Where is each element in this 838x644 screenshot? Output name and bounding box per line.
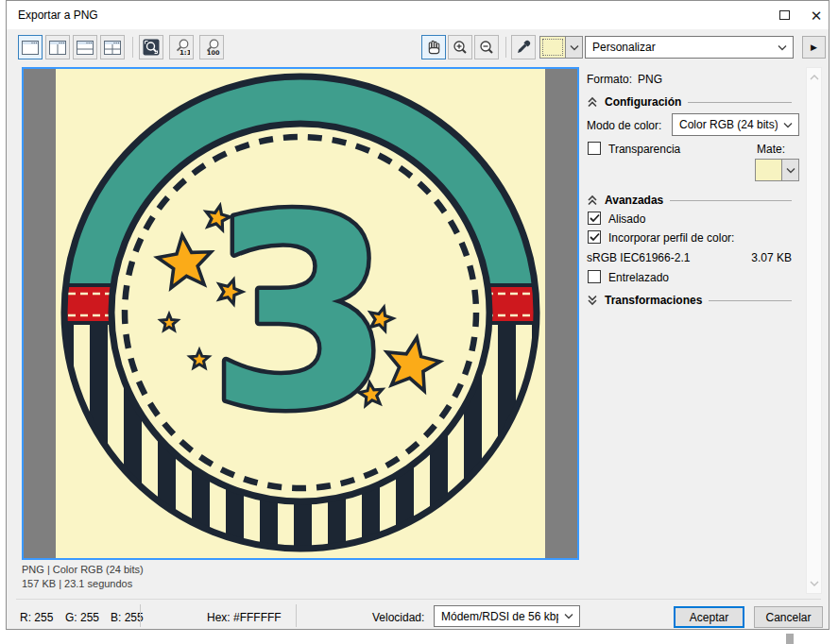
close-button[interactable]: ✕ bbox=[802, 5, 830, 25]
flyout-arrow-icon: ▶ bbox=[811, 42, 817, 52]
aceptar-label: Aceptar bbox=[690, 611, 728, 624]
footer-divider bbox=[296, 604, 297, 627]
transparencia-checkbox[interactable] bbox=[588, 142, 601, 155]
preview-two-horizontal-panes-button[interactable] bbox=[73, 35, 97, 59]
section-configuracion: Configuración bbox=[587, 95, 792, 109]
cancelar-button[interactable]: Cancelar bbox=[754, 606, 823, 628]
hex-value: Hex: #FFFFFF bbox=[207, 611, 282, 624]
zoom-in-button[interactable] bbox=[448, 35, 472, 59]
color-profile-name: sRGB IEC61966-2.1 bbox=[587, 251, 690, 264]
color-mode-select[interactable]: Color RGB (24 bits) bbox=[672, 113, 799, 136]
badge-preview-image: 3 bbox=[56, 69, 545, 558]
section-rule bbox=[709, 300, 792, 301]
zoom-in-icon bbox=[452, 39, 469, 56]
check-icon bbox=[590, 232, 600, 242]
preset-select[interactable]: Personalizar bbox=[585, 36, 794, 59]
single-pane-icon bbox=[22, 41, 39, 55]
chevron-down-icon bbox=[570, 44, 579, 51]
background-scrollbar-fragment bbox=[786, 634, 794, 644]
zoom-to-fit-icon bbox=[143, 39, 160, 56]
mate-color-swatch bbox=[756, 160, 782, 180]
scroll-down-button[interactable] bbox=[807, 576, 821, 591]
footer-divider bbox=[140, 604, 141, 627]
maximize-button[interactable] bbox=[770, 5, 798, 25]
chevron-down-icon bbox=[810, 581, 819, 586]
two-vertical-panes-icon bbox=[49, 41, 66, 55]
footer-separator bbox=[16, 599, 821, 600]
color-mode-value: Color RGB (24 bits) bbox=[673, 118, 778, 131]
chevron-up-icon bbox=[810, 75, 819, 80]
modo-de-color-label: Modo de color: bbox=[587, 119, 661, 132]
collapse-section-icon[interactable] bbox=[587, 96, 598, 108]
matte-color-picker[interactable] bbox=[539, 36, 583, 59]
eyedropper-icon bbox=[515, 39, 532, 56]
toolbar-separator bbox=[132, 37, 133, 58]
blue-value: B: 255 bbox=[111, 611, 144, 624]
incorporar-perfil-checkbox[interactable] bbox=[588, 230, 601, 244]
hand-icon bbox=[425, 39, 442, 56]
panel-scrollbar[interactable] bbox=[806, 67, 822, 594]
chevron-down-icon bbox=[783, 122, 793, 128]
zoom-to-fit-button[interactable] bbox=[139, 35, 163, 59]
maximize-icon bbox=[779, 10, 790, 20]
four-panes-icon bbox=[104, 41, 121, 55]
preview-format-info: PNG | Color RGB (24 bits) bbox=[22, 564, 144, 575]
zoom-100-icon: 100 bbox=[203, 39, 220, 56]
configuracion-title: Configuración bbox=[605, 95, 681, 109]
section-avanzadas: Avanzadas bbox=[587, 194, 792, 207]
image-preview-pane[interactable]: 3 bbox=[22, 67, 579, 560]
check-icon bbox=[590, 213, 600, 223]
entrelazado-checkbox[interactable] bbox=[588, 270, 601, 283]
pan-tool-button[interactable] bbox=[421, 35, 446, 59]
toolbar-separator bbox=[505, 37, 506, 58]
velocidad-label: Velocidad: bbox=[372, 611, 424, 624]
svg-text:1:1: 1:1 bbox=[180, 49, 190, 57]
collapse-section-icon[interactable] bbox=[587, 195, 598, 206]
mate-color-picker[interactable] bbox=[755, 159, 799, 181]
section-transformaciones: Transformaciones bbox=[587, 294, 792, 307]
aceptar-button[interactable]: Aceptar bbox=[674, 606, 744, 628]
scroll-up-button[interactable] bbox=[807, 70, 821, 85]
zoom-out-icon bbox=[478, 39, 495, 56]
matte-color-dropdown-arrow[interactable] bbox=[566, 37, 582, 58]
alisado-checkbox[interactable] bbox=[588, 212, 601, 225]
chevron-down-icon bbox=[786, 167, 795, 174]
zoom-1to1-button[interactable]: 1:1 bbox=[169, 35, 194, 59]
titlebar: Exportar a PNG ✕ bbox=[7, 1, 829, 29]
preview-two-vertical-panes-button[interactable] bbox=[45, 35, 70, 59]
formato-value: PNG bbox=[638, 73, 662, 86]
incorporar-perfil-label: Incorporar perfil de color: bbox=[608, 231, 734, 245]
avanzadas-title: Avanzadas bbox=[605, 194, 663, 207]
mate-color-dropdown-arrow[interactable] bbox=[782, 160, 798, 180]
entrelazado-label: Entrelazado bbox=[608, 271, 669, 284]
preview-four-panes-button[interactable] bbox=[100, 35, 125, 59]
transformaciones-title: Transformaciones bbox=[605, 294, 702, 307]
export-png-dialog: Exportar a PNG ✕ bbox=[6, 0, 829, 630]
zoom-1to1-icon: 1:1 bbox=[173, 39, 190, 56]
color-profile-size: 3.07 KB bbox=[751, 251, 792, 264]
eyedropper-button[interactable] bbox=[511, 35, 536, 59]
zoom-100-button[interactable]: 100 bbox=[199, 35, 224, 59]
preview-single-pane-button[interactable] bbox=[18, 35, 43, 59]
screen: Exportar a PNG ✕ bbox=[0, 0, 838, 644]
preset-value: Personalizar bbox=[586, 41, 772, 54]
section-rule bbox=[670, 200, 792, 201]
velocidad-value: Módem/RDSI de 56 kbps bbox=[435, 610, 558, 623]
red-value: R: 255 bbox=[20, 611, 53, 624]
close-icon: ✕ bbox=[811, 8, 823, 23]
matte-color-swatch bbox=[540, 37, 566, 58]
chevron-down-icon bbox=[564, 613, 573, 619]
canvas-margin-left bbox=[24, 69, 56, 558]
alisado-label: Alisado bbox=[608, 212, 645, 226]
velocidad-select[interactable]: Módem/RDSI de 56 kbps bbox=[434, 605, 580, 627]
canvas-margin-right bbox=[545, 69, 577, 558]
badge-number: 3 bbox=[209, 160, 393, 467]
green-value: G: 255 bbox=[65, 611, 99, 624]
formato-label: Formato: bbox=[587, 73, 632, 86]
two-horizontal-panes-icon bbox=[77, 41, 94, 55]
section-rule bbox=[688, 102, 792, 103]
preset-flyout-button[interactable]: ▶ bbox=[802, 36, 826, 59]
expand-section-icon[interactable] bbox=[587, 295, 598, 306]
chevron-down-icon bbox=[778, 44, 787, 51]
zoom-out-button[interactable] bbox=[474, 35, 499, 59]
